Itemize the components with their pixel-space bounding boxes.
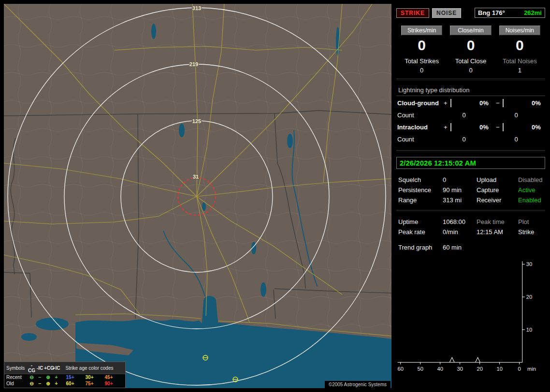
svg-text:40: 40 <box>437 366 443 372</box>
map-panel[interactable]: 313 219 125 31 Symbols -CG -IC +CG <box>4 4 391 388</box>
age-code: 30+ <box>80 375 99 380</box>
svg-text:50: 50 <box>417 366 423 372</box>
info-row: Peak rate 0/min 12:15 AM Strike <box>395 227 546 237</box>
status-table: Squelch 0 Upload Disabled Persistence 90… <box>395 175 546 205</box>
squelch-label: Squelch <box>398 176 443 183</box>
cg-positive-pct: 0% <box>478 99 496 107</box>
total-noises-label: Total Noises <box>495 57 544 65</box>
bearing-value: Bng 176° <box>478 9 505 16</box>
ic-positive-bar <box>450 123 451 131</box>
count-label: Count <box>397 112 444 119</box>
peak-rate-value: 0/min <box>443 228 477 236</box>
cg-positive-bar <box>450 99 451 107</box>
minus-sign: − <box>496 124 503 131</box>
upload-status: Disabled <box>518 176 543 183</box>
total-noises-value: 1 <box>495 67 544 74</box>
strikes-per-min-value: 0 <box>397 37 446 54</box>
map-canvas[interactable]: 313 219 125 31 <box>4 4 391 388</box>
total-close-value: 0 <box>446 67 495 74</box>
neg-ic-icon: − <box>36 375 44 380</box>
strike-mode-button[interactable]: STRIKE <box>396 8 429 18</box>
distance-value: 262mi <box>524 9 542 16</box>
capture-status: Active <box>518 186 543 194</box>
status-row: Persistence 90 min Capture Active <box>395 185 546 195</box>
age-code: 90+ <box>99 381 118 386</box>
noises-column: Noises/min 0 Total Noises 1 <box>495 26 544 74</box>
trend-graph-label: Trend graph <box>398 244 443 252</box>
plot-value: Strike <box>518 228 543 236</box>
pos-cg-icon: ⊕ <box>44 375 52 380</box>
rate-columns: Strikes/min 0 Total Strikes 0 Close/min … <box>397 26 544 74</box>
legend-col-pos-ic: +IC <box>52 365 60 371</box>
noises-per-min-button[interactable]: Noises/min <box>499 26 540 35</box>
legend-col-neg-cg: -CG <box>28 363 36 373</box>
ic-positive-count: 0 <box>450 136 478 143</box>
persistence-label: Persistence <box>398 186 443 194</box>
intracloud-row: Intracloud + 0% − 0% <box>395 121 546 133</box>
ring-label-313: 313 <box>192 5 201 11</box>
neg-cg-icon: ⊖ <box>28 381 36 386</box>
datetime-readout: 2/26/2026 12:15:02 AM <box>396 157 545 169</box>
svg-text:min: min <box>527 366 536 372</box>
peak-rate-label: Peak rate <box>398 228 443 236</box>
legend-age-header: Strike age color codes <box>60 365 118 371</box>
cloud-ground-row: Cloud-ground + 0% − 0% <box>395 97 546 109</box>
trend-chart-area: 1020306050403020100min <box>396 255 546 377</box>
cg-negative-pct: 0% <box>530 99 544 107</box>
total-close-label: Total Close <box>446 57 495 65</box>
legend-symbols-header: Symbols <box>6 365 28 371</box>
receiver-label: Receiver <box>477 196 518 204</box>
strikes-per-min-button[interactable]: Strikes/min <box>401 26 442 35</box>
close-per-min-button[interactable]: Close/min <box>450 26 491 35</box>
trend-window-value: 60 min <box>443 244 543 252</box>
squelch-value: 0 <box>443 176 477 183</box>
mode-row: STRIKE NOISE Bng 176° 262mi <box>396 8 545 18</box>
status-row: Range 313 mi Receiver Enabled <box>395 195 546 205</box>
strike-legend: Symbols -CG -IC +CG +IC Strike age color… <box>4 362 126 388</box>
trend-graph-row: Trend graph 60 min <box>395 244 546 252</box>
minus-sign: − <box>496 99 503 107</box>
copyright-notice: ©2005 Astrogenic Systems <box>325 381 391 388</box>
legend-col-neg-ic: -IC <box>36 365 44 371</box>
plus-sign: + <box>444 124 450 131</box>
neg-cg-icon: ⊖ <box>28 375 36 380</box>
strikes-column: Strikes/min 0 Total Strikes 0 <box>397 26 446 74</box>
svg-text:30: 30 <box>526 261 532 267</box>
age-code: 60+ <box>60 381 80 386</box>
ic-negative-count: 0 <box>503 136 530 143</box>
cg-negative-bar <box>503 99 504 107</box>
cg-negative-count: 0 <box>503 112 530 119</box>
age-code: 15+ <box>60 375 80 380</box>
section-divider <box>396 150 545 152</box>
noise-mode-button[interactable]: NOISE <box>432 8 461 18</box>
close-per-min-value: 0 <box>446 37 495 54</box>
svg-text:0: 0 <box>518 366 521 372</box>
control-panel: STRIKE NOISE Bng 176° 262mi Strikes/min … <box>395 4 546 388</box>
age-code: 45+ <box>99 375 118 380</box>
svg-text:20: 20 <box>526 294 532 300</box>
cloud-ground-count-row: Count 0 0 <box>395 109 546 121</box>
legend-old-label: Old <box>6 381 28 386</box>
plus-sign: + <box>444 99 450 107</box>
trend-chart: 1020306050403020100min <box>396 255 544 375</box>
legend-recent-label: Recent <box>6 375 28 380</box>
status-row: Squelch 0 Upload Disabled <box>395 175 546 185</box>
ring-label-219: 219 <box>189 61 198 67</box>
uptime-value: 1068:00 <box>443 218 477 225</box>
ic-negative-pct: 0% <box>530 124 544 131</box>
close-column: Close/min 0 Total Close 0 <box>446 26 495 74</box>
ic-negative-bar <box>503 123 504 131</box>
neg-ic-icon: − <box>36 381 44 386</box>
plot-label: Plot <box>518 218 543 225</box>
bearing-distance-readout: Bng 176° 262mi <box>475 8 545 18</box>
ring-label-31: 31 <box>193 174 199 180</box>
age-code: 75+ <box>80 381 99 386</box>
legend-header: Symbols -CG -IC +CG +IC Strike age color… <box>4 362 125 374</box>
total-strikes-label: Total Strikes <box>397 57 446 65</box>
uptime-label: Uptime <box>398 218 443 225</box>
receiver-status: Enabled <box>518 196 543 204</box>
peak-time-value: 12:15 AM <box>477 228 518 236</box>
pos-cg-icon: ⊕ <box>44 381 52 386</box>
ic-positive-pct: 0% <box>478 124 496 131</box>
upload-label: Upload <box>477 176 518 183</box>
